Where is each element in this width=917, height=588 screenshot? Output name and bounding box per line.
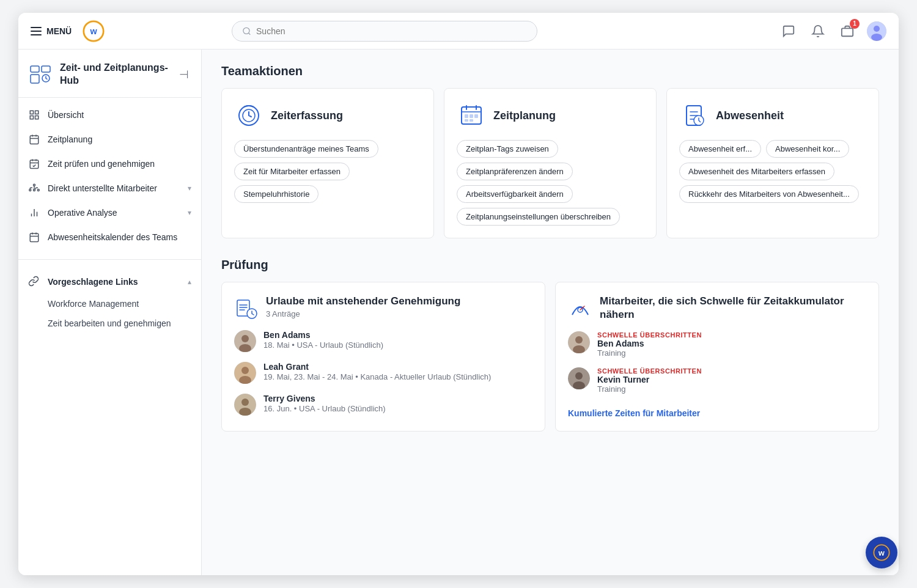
floating-assistant-button[interactable]: w [866,537,897,568]
sidebar-nav: Übersicht Zeitplanung [18,98,201,254]
hamburger-icon [31,27,42,35]
urlaube-employee-list: Ben Adams 18. Mai • USA - Urlaub (Stündl… [234,330,532,416]
team-actions-title: Teamaktionen [221,64,879,78]
emp-name-ben: Ben Adams [263,330,383,340]
sidebar-item-operative-analyse[interactable]: Operative Analyse ▾ [18,200,201,225]
svg-rect-13 [30,116,33,119]
sidebar-item-zeitplanung[interactable]: Zeitplanung [18,127,201,152]
zeitplanungseinstellungen-button[interactable]: Zeitplanungseinstellungen überschreiben [457,208,620,226]
chevron-down-icon-2: ▾ [188,208,191,217]
main-content: Teamaktionen Zeiterfassung [202,50,899,575]
user-avatar[interactable] [867,21,886,41]
svg-rect-3 [842,28,853,36]
briefcase-badge: 1 [850,19,860,29]
team-actions-grid: Zeiterfassung Überstundenanträge meines … [221,88,879,238]
threshold-info-ben: SCHWELLE ÜBERSCHRITTEN Ben Adams Trainin… [597,331,702,358]
abwesenheit-title: Abwesenheit [716,109,784,122]
card-header-zeiterfassung: Zeiterfassung [234,101,421,130]
ueberstunden-button[interactable]: Überstundenanträge meines Teams [234,140,378,158]
sidebar-divider [18,259,201,260]
chart-icon [28,207,40,219]
employee-item-ben: Ben Adams 18. Mai • USA - Urlaub (Stündl… [234,330,532,352]
sidebar-header-icon [28,62,53,87]
threshold-avatar-ben [568,331,590,353]
sidebar-item-uebersicht[interactable]: Übersicht [18,103,201,127]
urlaube-title-group: Urlaube mit anstehender Genehmigung 3 An… [266,295,460,318]
topnav: MENÜ w [18,13,899,50]
zeitplanung-title: Zeitplanung [493,109,556,122]
zeitplanung-buttons: Zeitplan-Tags zuweisen Zeitplanpräferenz… [457,140,644,226]
zeiterfassung-icon [234,101,263,130]
action-card-zeitplanung: Zeitplanung Zeitplan-Tags zuweisen Zeitp… [444,88,657,238]
kumulierte-zeiten-link[interactable]: Kumulierte Zeiten für Mitarbeiter [568,408,700,418]
menu-button[interactable]: MENÜ [31,26,72,36]
chevron-up-icon: ▴ [188,277,191,286]
zeiterfassung-title: Zeiterfassung [271,109,343,122]
emp-detail-leah: 19. Mai, 23. Mai - 24. Mai • Kanada - Ak… [263,372,491,383]
hierarchy-icon [28,182,40,194]
suggested-link-zeit-bearbeiten[interactable]: Zeit bearbeiten und genehmigen [18,314,201,333]
svg-rect-27 [474,114,478,118]
suggested-links-header[interactable]: Vorgeschlagene Links ▴ [18,270,201,294]
zeitplanpraeferenzen-button[interactable]: Zeitplanpräferenzen ändern [457,163,573,180]
pruefung-grid: Urlaube mit anstehender Genehmigung 3 An… [221,282,879,432]
logo[interactable]: w [81,19,106,43]
chevron-down-icon: ▾ [188,184,191,193]
emp-detail-ben: 18. Mai • USA - Urlaub (Stündlich) [263,340,383,351]
svg-rect-16 [30,160,39,169]
rueckkehr-button[interactable]: Rückkehr des Mitarbeiters von Abwesenhei… [679,185,859,203]
svg-rect-11 [30,111,33,114]
emp-info-ben: Ben Adams 18. Mai • USA - Urlaub (Stündl… [263,330,383,351]
employee-item-terry: Terry Givens 16. Jun. • USA - Urlaub (St… [234,394,532,416]
zeitakkumulator-card-title: Mitarbeiter, die sich Schwelle für Zeita… [600,295,866,322]
urlaube-card-title: Urlaube mit anstehender Genehmigung [266,295,460,308]
notifications-button[interactable] [808,21,828,41]
svg-rect-28 [465,119,468,122]
sidebar-item-zeit-pruefen[interactable]: Zeit prüfen und genehmigen [18,152,201,176]
sidebar-item-label-zeit-pruefen: Zeit prüfen und genehmigen [48,159,191,169]
abwesenheit-mitarbeiter-button[interactable]: Abwesenheit des Mitarbeiters erfassen [679,163,834,180]
abwesenheit-erf-button[interactable]: Abwesenheit erf... [679,140,761,158]
abwesenheit-kor-button[interactable]: Abwesenheit kor... [766,140,849,158]
sidebar-item-abwesenheitskalender[interactable]: Abwesenheitskalender des Teams [18,225,201,249]
chat-button[interactable] [779,21,798,41]
zeitplan-tags-button[interactable]: Zeitplan-Tags zuweisen [457,140,558,158]
threshold-name-ben: Ben Adams [597,339,702,348]
suggested-link-workforce[interactable]: Workforce Management [18,294,201,314]
arbeitsverfuegbarkeit-button[interactable]: Arbeitsverfügbarkeit ändern [457,185,573,203]
sidebar-title: Zeit- und Zeitplanungs-Hub [60,62,169,87]
threshold-item-kevin: SCHWELLE ÜBERSCHRITTEN Kevin Turner Trai… [568,367,866,394]
briefcase-button[interactable]: 1 [838,21,857,41]
employee-item-leah: Leah Grant 19. Mai, 23. Mai - 24. Mai • … [234,362,532,384]
svg-point-41 [241,399,249,406]
pruefung-card-urlaube: Urlaube mit anstehender Genehmigung 3 An… [221,282,545,432]
svg-point-20 [37,189,39,191]
svg-rect-29 [470,119,473,122]
emp-name-leah: Leah Grant [263,362,491,372]
svg-rect-14 [35,116,39,119]
svg-point-38 [241,367,249,374]
threshold-item-ben: SCHWELLE ÜBERSCHRITTEN Ben Adams Trainin… [568,331,866,358]
emp-info-leah: Leah Grant 19. Mai, 23. Mai - 24. Mai • … [263,362,491,383]
urlaube-icon [234,296,259,320]
sidebar-item-direkt-unterstellte[interactable]: Direkt unterstellte Mitarbeiter ▾ [18,176,201,200]
sidebar-item-label-zeitplanung: Zeitplanung [48,134,191,144]
search-input[interactable] [256,26,527,36]
collapse-button[interactable]: ⊣ [177,67,191,82]
zeit-erfassen-button[interactable]: Zeit für Mitarbeiter erfassen [234,163,350,180]
suggested-links-section: Vorgeschlagene Links ▴ Workforce Managem… [18,265,201,338]
search-bar[interactable] [232,21,537,42]
threshold-dept-kevin: Training [597,384,702,394]
avatar-terry [234,394,256,416]
svg-rect-25 [465,114,468,118]
urlaube-card-header: Urlaube mit anstehender Genehmigung 3 An… [234,295,532,320]
card-header-abwesenheit: Abwesenheit [679,101,866,130]
avatar-ben [234,330,256,352]
calendar-check-icon [28,158,40,170]
stempeluhr-button[interactable]: Stempeluhrhistorie [234,185,319,203]
svg-point-48 [575,372,583,380]
zeitakkumulator-title-group: Mitarbeiter, die sich Schwelle für Zeita… [600,295,866,322]
svg-text:w: w [90,26,98,36]
zeiterfassung-buttons: Überstundenanträge meines Teams Zeit für… [234,140,421,203]
threshold-list: SCHWELLE ÜBERSCHRITTEN Ben Adams Trainin… [568,331,866,394]
